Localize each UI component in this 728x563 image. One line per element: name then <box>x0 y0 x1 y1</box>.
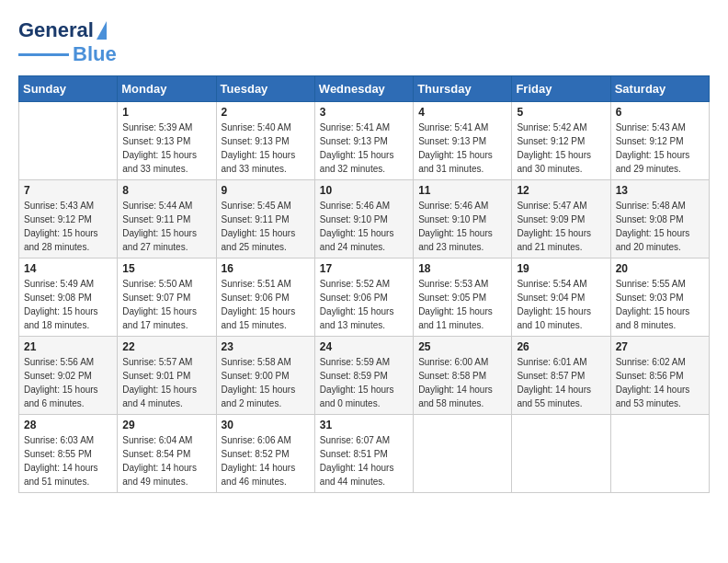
calendar-day-29: 29Sunrise: 6:04 AMSunset: 8:54 PMDayligh… <box>118 415 216 493</box>
day-info: Sunrise: 5:52 AMSunset: 9:06 PMDaylight:… <box>320 277 408 332</box>
day-number: 13 <box>616 184 704 197</box>
day-info: Sunrise: 5:41 AMSunset: 9:13 PMDaylight:… <box>320 121 408 176</box>
day-info: Sunrise: 5:50 AMSunset: 9:07 PMDaylight:… <box>122 277 210 332</box>
calendar-day-31: 31Sunrise: 6:07 AMSunset: 8:51 PMDayligh… <box>314 415 413 493</box>
day-info: Sunrise: 5:39 AMSunset: 9:13 PMDaylight:… <box>122 121 210 176</box>
day-info: Sunrise: 5:40 AMSunset: 9:13 PMDaylight:… <box>222 121 310 176</box>
day-number: 26 <box>517 340 605 353</box>
day-info: Sunrise: 5:59 AMSunset: 8:59 PMDaylight:… <box>320 355 408 410</box>
day-number: 11 <box>418 184 506 197</box>
page-header: General Blue <box>18 18 710 66</box>
calendar-day-25: 25Sunrise: 6:00 AMSunset: 8:58 PMDayligh… <box>414 337 512 415</box>
calendar-day-3: 3Sunrise: 5:41 AMSunset: 9:13 PMDaylight… <box>314 102 413 180</box>
calendar-day-8: 8Sunrise: 5:44 AMSunset: 9:11 PMDaylight… <box>118 180 216 259</box>
calendar-day-23: 23Sunrise: 5:58 AMSunset: 9:00 PMDayligh… <box>216 337 314 415</box>
day-number: 2 <box>222 106 310 119</box>
day-info: Sunrise: 5:43 AMSunset: 9:12 PMDaylight:… <box>616 121 704 176</box>
calendar-day-30: 30Sunrise: 6:06 AMSunset: 8:52 PMDayligh… <box>216 415 314 493</box>
calendar-week-row: 14Sunrise: 5:49 AMSunset: 9:08 PMDayligh… <box>19 259 710 337</box>
day-info: Sunrise: 6:01 AMSunset: 8:57 PMDaylight:… <box>517 355 605 410</box>
day-info: Sunrise: 5:48 AMSunset: 9:08 PMDaylight:… <box>616 199 704 254</box>
calendar-day-19: 19Sunrise: 5:54 AMSunset: 9:04 PMDayligh… <box>512 259 610 337</box>
weekday-header-saturday: Saturday <box>610 76 709 102</box>
day-info: Sunrise: 5:47 AMSunset: 9:09 PMDaylight:… <box>517 199 605 254</box>
weekday-header-sunday: Sunday <box>19 76 118 102</box>
weekday-header-wednesday: Wednesday <box>314 76 413 102</box>
day-number: 31 <box>320 419 408 431</box>
day-number: 23 <box>222 340 310 353</box>
logo-text-blue: Blue <box>73 42 117 66</box>
day-info: Sunrise: 5:43 AMSunset: 9:12 PMDaylight:… <box>24 199 112 254</box>
calendar-day-22: 22Sunrise: 5:57 AMSunset: 9:01 PMDayligh… <box>118 337 216 415</box>
day-number: 20 <box>616 262 704 275</box>
logo-triangle-icon <box>97 21 107 40</box>
day-info: Sunrise: 6:06 AMSunset: 8:52 PMDaylight:… <box>222 433 310 488</box>
day-info: Sunrise: 6:02 AMSunset: 8:56 PMDaylight:… <box>616 355 704 410</box>
calendar-day-5: 5Sunrise: 5:42 AMSunset: 9:12 PMDaylight… <box>512 102 610 180</box>
day-number: 8 <box>122 184 210 197</box>
day-info: Sunrise: 5:45 AMSunset: 9:11 PMDaylight:… <box>222 199 310 254</box>
calendar-day-27: 27Sunrise: 6:02 AMSunset: 8:56 PMDayligh… <box>610 337 709 415</box>
calendar-day-24: 24Sunrise: 5:59 AMSunset: 8:59 PMDayligh… <box>314 337 413 415</box>
day-number: 30 <box>222 419 310 431</box>
day-number: 21 <box>24 340 112 353</box>
calendar-day-16: 16Sunrise: 5:51 AMSunset: 9:06 PMDayligh… <box>216 259 314 337</box>
day-number: 17 <box>320 262 408 275</box>
day-info: Sunrise: 5:53 AMSunset: 9:05 PMDaylight:… <box>418 277 506 332</box>
day-info: Sunrise: 5:57 AMSunset: 9:01 PMDaylight:… <box>122 355 210 410</box>
calendar-week-row: 7Sunrise: 5:43 AMSunset: 9:12 PMDaylight… <box>19 180 710 259</box>
day-info: Sunrise: 5:46 AMSunset: 9:10 PMDaylight:… <box>320 199 408 254</box>
day-number: 25 <box>418 340 506 353</box>
calendar-day-10: 10Sunrise: 5:46 AMSunset: 9:10 PMDayligh… <box>314 180 413 259</box>
day-info: Sunrise: 6:00 AMSunset: 8:58 PMDaylight:… <box>418 355 506 410</box>
logo: General Blue <box>18 18 117 66</box>
day-number: 29 <box>122 419 210 431</box>
calendar-day-13: 13Sunrise: 5:48 AMSunset: 9:08 PMDayligh… <box>610 180 709 259</box>
calendar-day-20: 20Sunrise: 5:55 AMSunset: 9:03 PMDayligh… <box>610 259 709 337</box>
weekday-header-tuesday: Tuesday <box>216 76 314 102</box>
calendar-day-1: 1Sunrise: 5:39 AMSunset: 9:13 PMDaylight… <box>118 102 216 180</box>
calendar-empty-cell <box>512 415 610 493</box>
calendar-week-row: 28Sunrise: 6:03 AMSunset: 8:55 PMDayligh… <box>19 415 710 493</box>
calendar-empty-cell <box>19 102 118 180</box>
calendar-day-7: 7Sunrise: 5:43 AMSunset: 9:12 PMDaylight… <box>19 180 118 259</box>
calendar-day-26: 26Sunrise: 6:01 AMSunset: 8:57 PMDayligh… <box>512 337 610 415</box>
day-info: Sunrise: 5:49 AMSunset: 9:08 PMDaylight:… <box>24 277 112 332</box>
calendar-table: SundayMondayTuesdayWednesdayThursdayFrid… <box>18 75 710 493</box>
calendar-day-18: 18Sunrise: 5:53 AMSunset: 9:05 PMDayligh… <box>414 259 512 337</box>
day-info: Sunrise: 5:58 AMSunset: 9:00 PMDaylight:… <box>222 355 310 410</box>
day-info: Sunrise: 5:54 AMSunset: 9:04 PMDaylight:… <box>517 277 605 332</box>
calendar-day-2: 2Sunrise: 5:40 AMSunset: 9:13 PMDaylight… <box>216 102 314 180</box>
day-info: Sunrise: 5:55 AMSunset: 9:03 PMDaylight:… <box>616 277 704 332</box>
day-number: 28 <box>24 419 112 431</box>
logo-text-general: General <box>18 18 94 42</box>
day-number: 4 <box>418 106 506 119</box>
day-info: Sunrise: 6:04 AMSunset: 8:54 PMDaylight:… <box>122 433 210 488</box>
logo-line <box>18 53 69 56</box>
calendar-day-14: 14Sunrise: 5:49 AMSunset: 9:08 PMDayligh… <box>19 259 118 337</box>
day-number: 7 <box>24 184 112 197</box>
calendar-day-21: 21Sunrise: 5:56 AMSunset: 9:02 PMDayligh… <box>19 337 118 415</box>
calendar-day-17: 17Sunrise: 5:52 AMSunset: 9:06 PMDayligh… <box>314 259 413 337</box>
day-number: 16 <box>222 262 310 275</box>
day-number: 15 <box>122 262 210 275</box>
weekday-header-monday: Monday <box>118 76 216 102</box>
calendar-day-6: 6Sunrise: 5:43 AMSunset: 9:12 PMDaylight… <box>610 102 709 180</box>
day-number: 14 <box>24 262 112 275</box>
weekday-header-friday: Friday <box>512 76 610 102</box>
calendar-week-row: 1Sunrise: 5:39 AMSunset: 9:13 PMDaylight… <box>19 102 710 180</box>
day-info: Sunrise: 5:51 AMSunset: 9:06 PMDaylight:… <box>222 277 310 332</box>
calendar-day-15: 15Sunrise: 5:50 AMSunset: 9:07 PMDayligh… <box>118 259 216 337</box>
day-number: 27 <box>616 340 704 353</box>
day-number: 1 <box>122 106 210 119</box>
day-number: 5 <box>517 106 605 119</box>
day-info: Sunrise: 5:42 AMSunset: 9:12 PMDaylight:… <box>517 121 605 176</box>
calendar-day-9: 9Sunrise: 5:45 AMSunset: 9:11 PMDaylight… <box>216 180 314 259</box>
calendar-day-12: 12Sunrise: 5:47 AMSunset: 9:09 PMDayligh… <box>512 180 610 259</box>
calendar-header-row: SundayMondayTuesdayWednesdayThursdayFrid… <box>19 76 710 102</box>
day-info: Sunrise: 5:44 AMSunset: 9:11 PMDaylight:… <box>122 199 210 254</box>
day-number: 22 <box>122 340 210 353</box>
calendar-day-4: 4Sunrise: 5:41 AMSunset: 9:13 PMDaylight… <box>414 102 512 180</box>
calendar-empty-cell <box>610 415 709 493</box>
day-number: 6 <box>616 106 704 119</box>
